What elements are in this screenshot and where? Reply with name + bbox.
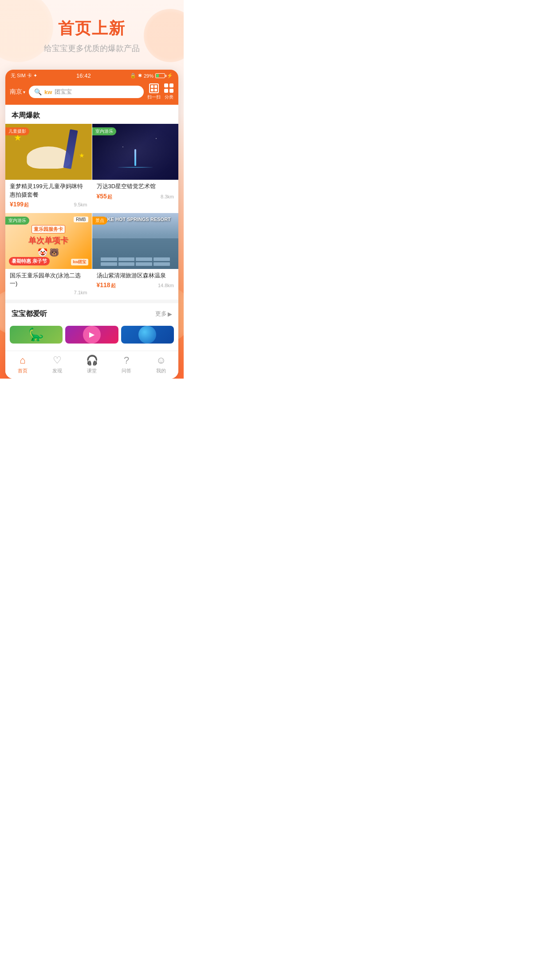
- bottom-nav: ⌂ 首页 ♡ 发现 🎧 课堂 ? 问答 ☺ 我的: [5, 351, 178, 379]
- discover-icon: ♡: [53, 355, 62, 366]
- product-info-3: 国乐王童乐园单次(泳池二选一) 7.1km: [5, 269, 92, 295]
- battery-fill: [156, 74, 159, 77]
- product-distance-4: 14.8km: [158, 283, 174, 288]
- search-input-wrap[interactable]: 🔍 kw 团宝宝: [29, 86, 144, 98]
- product-image-2: 室内游乐: [92, 124, 179, 180]
- charging-icon: ⚡: [167, 73, 173, 79]
- resort-window-5: [101, 262, 117, 266]
- outer-background: 首页上新 给宝宝更多优质的爆款产品 无 SIM 卡 ✦ 16:42 🔒 ✱ 29…: [0, 0, 184, 379]
- phone-frame: 无 SIM 卡 ✦ 16:42 🔒 ✱ 29% ⚡ 南京 ▾ 🔍 kw 团宝宝: [5, 70, 178, 379]
- nav-label-profile: 我的: [156, 368, 166, 374]
- search-keyword-text: 团宝宝: [55, 88, 72, 96]
- resort-window-4: [153, 257, 170, 261]
- tag-badge-indoor-2: 室内游乐: [5, 217, 29, 225]
- resort-window-6: [118, 262, 135, 266]
- ladder-prop: [63, 129, 78, 169]
- status-bar: 无 SIM 卡 ✦ 16:42 🔒 ✱ 29% ⚡: [5, 70, 178, 81]
- audio-card-1[interactable]: 🦕: [10, 326, 63, 344]
- product-distance-2: 8.3km: [161, 194, 174, 199]
- product-price-row-2: ¥55起 8.3km: [97, 193, 174, 200]
- product-name-2: 万达3D星空错觉艺术馆: [97, 182, 174, 190]
- status-time: 16:42: [76, 72, 91, 79]
- product-image-4: G LAKE HOT SPRINGS RESORT: [92, 213, 179, 269]
- nav-label-course: 课堂: [87, 368, 97, 374]
- scan-label: 扫一扫: [147, 94, 161, 100]
- product-price-4: ¥118起: [97, 281, 116, 289]
- nav-item-discover[interactable]: ♡ 发现: [40, 355, 75, 374]
- baby-listen-title: 宝宝都爱听: [12, 309, 47, 319]
- product-price-1: ¥199起: [10, 201, 29, 208]
- weekly-hot-title: 本周爆款: [12, 111, 40, 120]
- product-price-row-1: ¥199起 9.5km: [10, 201, 87, 208]
- home-icon: ⌂: [20, 355, 25, 366]
- scan-button[interactable]: 扫一扫: [147, 83, 161, 100]
- audio-card-3[interactable]: [121, 326, 174, 344]
- product-price-2: ¥55起: [97, 193, 112, 200]
- cartoon-chars: 🤡 🐻: [38, 248, 59, 257]
- product-info-4: 汤山紫清湖旅游区森林温泉 ¥118起 14.8km: [92, 269, 179, 289]
- resort-window-1: [101, 257, 117, 261]
- product-image-1: ★ ★ 儿童摄影: [5, 124, 92, 180]
- nav-item-profile[interactable]: ☺ 我的: [144, 355, 178, 374]
- more-label: 更多: [155, 310, 167, 318]
- nav-label-home: 首页: [18, 368, 28, 374]
- nav-item-course[interactable]: 🎧 课堂: [75, 355, 109, 374]
- product-price-row-4: ¥118起 14.8km: [97, 281, 174, 289]
- product-card-4[interactable]: G LAKE HOT SPRINGS RESORT: [92, 213, 179, 300]
- status-right: 🔒 ✱ 29% ⚡: [130, 73, 173, 79]
- audio-play-icon: ▶: [89, 330, 94, 339]
- bluetooth-icon: ✱: [138, 73, 142, 79]
- location-button[interactable]: 南京 ▾: [10, 88, 25, 96]
- audio-circle: ▶: [83, 326, 101, 344]
- product-info-2: 万达3D星空错觉艺术馆 ¥55起 8.3km: [92, 180, 179, 200]
- star-particle-3: [122, 146, 123, 147]
- product-card-2[interactable]: 室内游乐 万达3D星空错觉艺术馆 ¥55起 8.3km: [92, 124, 179, 213]
- star-deco-2: ★: [79, 152, 85, 159]
- pg-summer-badge: 暑期特惠 亲子节: [9, 257, 50, 265]
- qa-icon: ?: [124, 355, 129, 366]
- space-glow: [118, 167, 153, 168]
- baby-listen-section: 宝宝都爱听 更多 ▶ 🦕 ▶: [5, 303, 178, 351]
- resort-window-3: [136, 257, 152, 261]
- hero-section: 首页上新 给宝宝更多优质的爆款产品: [0, 0, 184, 63]
- rmb-badge: RMB: [74, 217, 88, 222]
- resort-window-7: [136, 262, 152, 266]
- space-figure: [134, 149, 136, 166]
- product-image-3: 童乐园服务卡 单次单项卡 🤡 🐻 暑期特惠 亲子节 kw团宝 RMB: [5, 213, 92, 269]
- search-icon: 🔍: [34, 88, 42, 95]
- audio-card-2[interactable]: ▶: [65, 326, 118, 344]
- hero-subtitle: 给宝宝更多优质的爆款产品: [9, 43, 175, 54]
- resort-building-detail: [92, 238, 179, 269]
- category-button[interactable]: 分类: [164, 83, 174, 100]
- search-bar-area: 南京 ▾ 🔍 kw 团宝宝 扫一扫 分类: [5, 81, 178, 105]
- product-grid: ★ ★ 儿童摄影 童梦精灵199元儿童孕妈咪特惠拍摄套餐 ¥199起: [5, 124, 178, 300]
- tag-badge-scenic: 景点: [92, 217, 107, 225]
- product-info-1: 童梦精灵199元儿童孕妈咪特惠拍摄套餐 ¥199起 9.5km: [5, 180, 92, 208]
- battery-icon: [155, 73, 165, 78]
- battery-percent: 29%: [144, 73, 153, 79]
- nav-item-home[interactable]: ⌂ 首页: [5, 355, 40, 374]
- nav-label-discover: 发现: [52, 368, 62, 374]
- tag-badge-photography: 儿童摄影: [5, 127, 29, 135]
- product-card-3[interactable]: 童乐园服务卡 单次单项卡 🤡 🐻 暑期特惠 亲子节 kw团宝 RMB: [5, 213, 92, 300]
- chevron-down-icon: ▾: [23, 90, 25, 95]
- category-label: 分类: [165, 94, 173, 100]
- product-name-1: 童梦精灵199元儿童孕妈咪特惠拍摄套餐: [10, 182, 87, 198]
- search-keyword-kw: kw: [44, 89, 52, 95]
- baby-listen-header: 宝宝都爱听 更多 ▶: [5, 303, 178, 322]
- location-text: 南京: [10, 88, 22, 96]
- weekly-hot-section-header: 本周爆款: [5, 105, 178, 124]
- pg-service-tag: 童乐园服务卡: [31, 225, 65, 233]
- nav-item-qa[interactable]: ? 问答: [109, 355, 144, 374]
- status-carrier: 无 SIM 卡 ✦: [11, 72, 37, 79]
- resort-windows: [101, 257, 170, 266]
- more-button[interactable]: 更多 ▶: [155, 310, 172, 318]
- category-icon: [164, 83, 174, 93]
- resort-window-8: [153, 262, 170, 266]
- resort-text-overlay: G LAKE HOT SPRINGS RESORT: [96, 217, 175, 222]
- product-card-1[interactable]: ★ ★ 儿童摄影 童梦精灵199元儿童孕妈咪特惠拍摄套餐 ¥199起: [5, 124, 92, 213]
- audio-icon-1: 🦕: [28, 327, 44, 342]
- audio-grid: 🦕 ▶: [5, 322, 178, 347]
- product-name-4: 汤山紫清湖旅游区森林温泉: [97, 272, 174, 280]
- tag-badge-indoor: 室内游乐: [92, 127, 116, 135]
